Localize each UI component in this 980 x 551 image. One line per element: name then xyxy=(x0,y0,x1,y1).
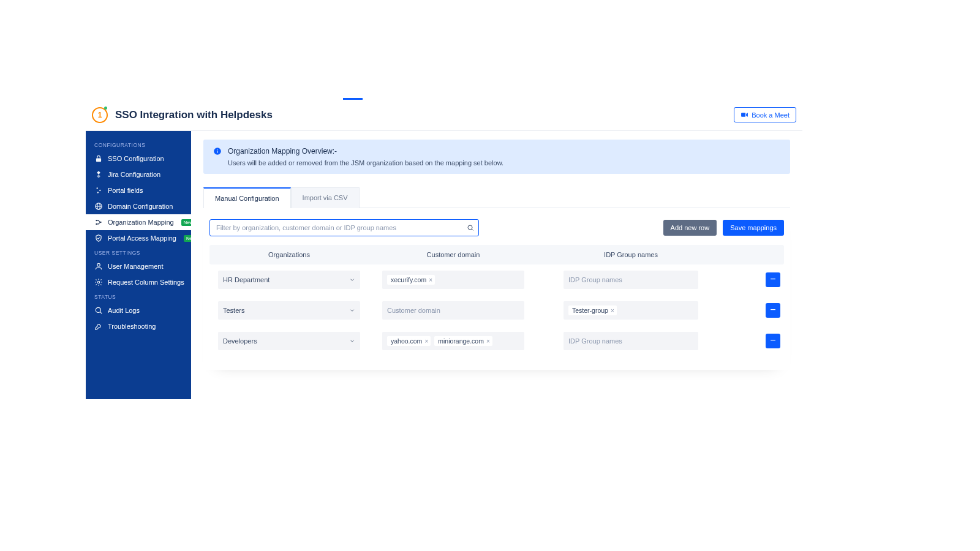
filter-input[interactable] xyxy=(209,219,479,236)
search-wrap xyxy=(209,219,479,236)
sidebar-item-audit-logs[interactable]: Audit Logs xyxy=(86,302,191,318)
idp-group-input[interactable]: Tester-group × xyxy=(564,301,698,320)
sidebar-item-sso-configuration[interactable]: SSO Configuration xyxy=(86,151,191,167)
video-icon xyxy=(741,111,748,119)
sidebar-item-request-column-settings[interactable]: Request Column Settings xyxy=(86,274,191,290)
table-row: HR Departmentxecurify.com ×− xyxy=(209,264,784,295)
table-header: Organizations Customer domain IDP Group … xyxy=(209,245,784,264)
sidebar-item-troubleshooting[interactable]: Troubleshooting xyxy=(86,318,191,334)
svg-point-6 xyxy=(99,190,100,191)
sidebar-item-label: User Management xyxy=(108,263,164,270)
chevron-down-icon xyxy=(349,277,355,283)
col-header-domain: Customer domain xyxy=(377,251,529,258)
customer-domain-input[interactable] xyxy=(382,301,524,320)
col-header-org: Organizations xyxy=(213,251,365,258)
app-logo: 1 xyxy=(92,107,108,123)
tab-manual-configuration[interactable]: Manual Configuration xyxy=(203,187,291,208)
info-subtitle: Users will be added or removed from the … xyxy=(228,159,503,167)
organization-select[interactable]: Testers xyxy=(218,301,360,320)
sidebar-section-label: STATUS xyxy=(86,290,191,302)
idp-tag: Tester-group × xyxy=(568,305,617,315)
table-row: Developersyahoo.com ×miniorange.com ×− xyxy=(209,326,784,356)
sidebar-section-label: CONFIGURATIONS xyxy=(86,138,191,151)
remove-tag-icon[interactable]: × xyxy=(429,277,432,283)
customer-domain-input[interactable]: xecurify.com × xyxy=(382,271,524,289)
book-meet-label: Book a Meet xyxy=(752,111,790,119)
sidebar-item-label: Audit Logs xyxy=(108,307,140,314)
add-row-button[interactable]: Add new row xyxy=(663,220,717,236)
col-header-idp: IDP Group names xyxy=(559,251,703,258)
save-mappings-button[interactable]: Save mappings xyxy=(723,220,784,236)
sidebar-item-domain-configuration[interactable]: Domain Configuration xyxy=(86,198,191,214)
sidebar-item-label: Request Column Settings xyxy=(108,279,184,286)
table-body: HR Departmentxecurify.com ×−TestersTeste… xyxy=(209,264,784,356)
minus-icon: − xyxy=(770,305,775,315)
info-title: Organization Mapping Overview:- xyxy=(228,147,503,156)
chevron-down-icon xyxy=(349,307,355,313)
search-icon xyxy=(467,224,474,231)
jira-icon xyxy=(94,170,103,179)
minus-icon: − xyxy=(770,335,775,345)
tab-import-via-csv[interactable]: Import via CSV xyxy=(291,187,360,208)
svg-point-15 xyxy=(97,281,100,283)
svg-rect-0 xyxy=(741,113,745,117)
svg-point-14 xyxy=(97,263,100,266)
wrench-icon xyxy=(94,322,103,331)
info-text: Organization Mapping Overview:- Users wi… xyxy=(228,147,503,167)
svg-point-16 xyxy=(96,307,100,312)
mapping-icon xyxy=(94,218,103,227)
organization-value: Developers xyxy=(223,337,257,345)
remove-row-button[interactable]: − xyxy=(766,303,780,318)
sidebar-item-portal-access-mapping[interactable]: Portal Access MappingNew xyxy=(86,230,191,246)
domain-tag: xecurify.com × xyxy=(387,275,435,285)
sidebar-item-label: Portal Access Mapping xyxy=(108,234,176,242)
idp-group-input[interactable] xyxy=(564,332,698,350)
sidebar-item-label: Troubleshooting xyxy=(108,323,156,330)
search-icon xyxy=(94,306,103,315)
organization-value: HR Department xyxy=(223,276,270,283)
book-meet-button[interactable]: Book a Meet xyxy=(734,107,796,122)
svg-rect-1 xyxy=(96,158,101,162)
remove-tag-icon[interactable]: × xyxy=(486,338,490,345)
sidebar-item-label: Portal fields xyxy=(108,187,143,194)
remove-tag-icon[interactable]: × xyxy=(611,307,614,314)
remove-row-button[interactable]: − xyxy=(766,272,780,287)
topbar: 1 SSO Integration with Helpdesks Book a … xyxy=(86,99,802,131)
sidebar-item-organization-mapping[interactable]: Organization MappingNew xyxy=(86,214,191,230)
gear-icon xyxy=(94,278,103,287)
minus-icon: − xyxy=(770,274,775,284)
svg-point-11 xyxy=(96,220,97,221)
new-badge: New xyxy=(184,235,191,242)
sidebar-item-user-management[interactable]: User Management xyxy=(86,258,191,274)
new-badge: New xyxy=(181,219,191,226)
svg-point-13 xyxy=(100,222,101,223)
panel: Add new row Save mappings Organizations … xyxy=(203,208,790,370)
svg-rect-19 xyxy=(217,151,217,153)
remove-tag-icon[interactable]: × xyxy=(424,338,428,345)
organization-select[interactable]: HR Department xyxy=(218,271,360,289)
svg-rect-20 xyxy=(217,149,217,150)
user-icon xyxy=(94,262,103,271)
svg-point-7 xyxy=(97,192,99,193)
organization-value: Testers xyxy=(223,307,244,314)
mapping-table: Organizations Customer domain IDP Group … xyxy=(209,245,784,356)
sidebar-item-portal-fields[interactable]: Portal fields xyxy=(86,182,191,198)
svg-point-21 xyxy=(468,225,472,230)
idp-group-input[interactable] xyxy=(564,271,698,289)
domain-tag: miniorange.com × xyxy=(434,336,492,346)
svg-point-5 xyxy=(97,187,98,189)
sidebar-item-label: SSO Configuration xyxy=(108,155,164,162)
app-window: 1 SSO Integration with Helpdesks Book a … xyxy=(86,99,802,399)
sidebar-item-jira-configuration[interactable]: Jira Configuration xyxy=(86,167,191,182)
body: CONFIGURATIONSSSO ConfigurationJira Conf… xyxy=(86,131,802,399)
domain-tag: yahoo.com × xyxy=(387,336,431,346)
chevron-down-icon xyxy=(349,338,355,344)
svg-point-12 xyxy=(96,223,97,225)
table-row: TestersTester-group ×− xyxy=(209,295,784,326)
customer-domain-input[interactable]: yahoo.com ×miniorange.com × xyxy=(382,332,524,350)
remove-row-button[interactable]: − xyxy=(766,334,780,348)
toolbar: Add new row Save mappings xyxy=(209,219,784,236)
page-title: SSO Integration with Helpdesks xyxy=(115,109,273,121)
globe-icon xyxy=(94,202,103,211)
organization-select[interactable]: Developers xyxy=(218,332,360,350)
